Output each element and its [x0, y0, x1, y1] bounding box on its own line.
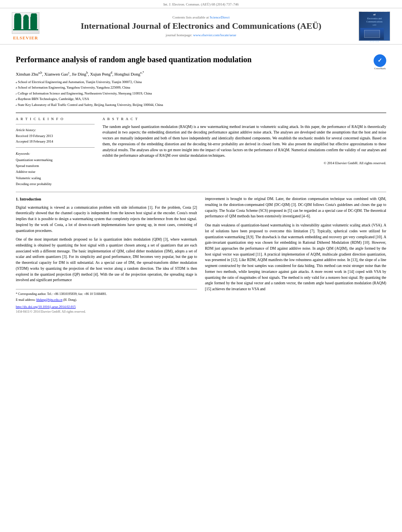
footnote-section: * Corresponding author. Tel.: +86 138101…: [16, 289, 197, 315]
paper-body: 1. Introduction Digital watermarking is …: [16, 192, 386, 315]
elsevier-logo: ELSEVIER: [8, 12, 43, 40]
main-content: Performance analysis of random angle bas…: [0, 44, 402, 319]
authors-line: Xinshan Zhua,b, Xianwen Gaoc, Jie Dingb,…: [16, 71, 386, 76]
body-para-3: improvement is brought to the original D…: [205, 196, 386, 219]
body-para-4: One main weakness of quantization-based …: [205, 222, 386, 292]
homepage-link[interactable]: www.elsevier.com/locate/aeue: [193, 33, 236, 37]
homepage-label: journal homepage:: [166, 33, 192, 37]
sciencedirect-prefix: Contents lists available at: [173, 15, 209, 19]
received-date: Received 19 February 2013: [16, 134, 53, 138]
article-info-title: A R T I C L E I N F O: [16, 117, 95, 121]
crossmark-badge: ✓ CrossMark: [374, 54, 386, 67]
footnote-email-label: E-mail address:: [16, 298, 35, 302]
page-wrapper: Int. J. Electron. Commun. (AEÜ) 68 (2014…: [0, 0, 402, 532]
keyword-3: Additive noise: [16, 170, 35, 174]
abstract-text: The random angle based quantization modu…: [102, 124, 386, 159]
elsevier-tree-icon: [12, 13, 39, 33]
affiliation-e: eState Key Laboratory of Rail Traffic Co…: [16, 102, 386, 108]
crossmark-icon: ✓: [374, 54, 386, 67]
body-left-col: 1. Introduction Digital watermarking is …: [16, 196, 197, 315]
footnote-email-link[interactable]: hhdang@bjtu.edu.cn: [36, 298, 62, 302]
journal-header: ELSEVIER Contents lists available at Sci…: [0, 8, 402, 44]
info-divider-2: [16, 147, 95, 148]
body-para-1: Digital watermarking is viewed as a comm…: [16, 205, 197, 234]
info-divider-1: [16, 124, 95, 124]
keyword-4: Volumetric scaling: [16, 176, 41, 180]
footnote-star-text: * Corresponding author. Tel.: +86 138101…: [16, 292, 107, 296]
doi-link[interactable]: http://dx.doi.org/10.1016/j.aeue.2014.02…: [16, 305, 76, 309]
body-para-2: One of the most important methods propos…: [16, 237, 197, 283]
doi-line: http://dx.doi.org/10.1016/j.aeue.2014.02…: [16, 304, 197, 310]
article-info-column: A R T I C L E I N F O Article history: R…: [16, 117, 95, 187]
sciencedirect-line: Contents lists available at ScienceDirec…: [51, 15, 351, 19]
footnote-star-line: * Corresponding author. Tel.: +86 138101…: [16, 292, 197, 297]
journal-cover-text: International Journal of Electronics and…: [360, 9, 389, 43]
elsevier-logo-box: [12, 12, 39, 34]
footnote-email-note: (H. Dong).: [63, 298, 77, 302]
article-info-abstract: A R T I C L E I N F O Article history: R…: [16, 113, 386, 187]
journal-center: Contents lists available at ScienceDirec…: [43, 15, 359, 37]
svg-point-3: [23, 15, 29, 22]
journal-title: International Journal of Electronics and…: [51, 21, 351, 31]
citation-text: Int. J. Electron. Commun. (AEÜ) 68 (2014…: [163, 2, 238, 6]
keyword-2: Spread transform: [16, 164, 39, 168]
elsevier-label: ELSEVIER: [13, 35, 38, 40]
abstract-column: A B S T R A C T The random angle based q…: [102, 117, 386, 187]
history-label: Article history:: [16, 128, 95, 133]
affiliation-b: bSchool of Information Engineering, Yang…: [16, 85, 386, 91]
accepted-date: Accepted 18 February 2014: [16, 139, 53, 143]
body-right-col: improvement is brought to the original D…: [205, 196, 386, 315]
sciencedirect-link[interactable]: ScienceDirect: [210, 15, 229, 19]
affiliation-c: cCollege of Information Science and Engi…: [16, 91, 386, 96]
copyright-text: © 2014 Elsevier GmbH. All rights reserve…: [102, 161, 386, 165]
affiliation-a: aSchool of Electrical Engineering and Au…: [16, 80, 386, 85]
article-title-text: Performance analysis of random angle bas…: [16, 54, 370, 65]
affiliations-section: aSchool of Electrical Engineering and Au…: [16, 80, 386, 108]
footnote-email-line: E-mail address: hhdang@bjtu.edu.cn (H. D…: [16, 298, 197, 303]
svg-rect-6: [13, 29, 38, 30]
section1-heading: 1. Introduction: [16, 196, 197, 202]
citation-bar: Int. J. Electron. Commun. (AEÜ) 68 (2014…: [0, 0, 402, 8]
article-title-row: Performance analysis of random angle bas…: [16, 54, 386, 67]
keyword-5: Decoding error probability: [16, 182, 52, 186]
keywords-label: Keywords:: [16, 152, 30, 156]
journal-cover: International Journal of Electronics and…: [359, 11, 390, 41]
issn-line: 1434-8411/© 2014 Elsevier GmbH. All righ…: [16, 310, 197, 315]
keyword-1: Quantization watermarking: [16, 158, 52, 162]
abstract-title: A B S T R A C T: [102, 117, 386, 121]
journal-homepage: journal homepage: www.elsevier.com/locat…: [51, 33, 351, 37]
keywords-section: Keywords: Quantization watermarking Spre…: [16, 151, 95, 187]
article-history: Article history: Received 19 February 20…: [16, 128, 95, 145]
affiliation-d: dRaytheon BBN Technologies, Cambridge, M…: [16, 96, 386, 102]
